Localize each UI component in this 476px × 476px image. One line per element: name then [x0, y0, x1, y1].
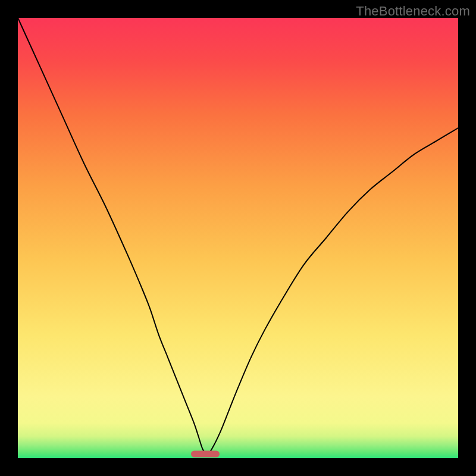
bottleneck-curve — [18, 18, 458, 458]
chart-frame: TheBottleneck.com — [0, 0, 476, 476]
optimal-marker — [191, 450, 220, 457]
chart-plot-area — [18, 18, 458, 458]
curve-path — [18, 18, 458, 454]
attribution-text: TheBottleneck.com — [356, 4, 470, 19]
